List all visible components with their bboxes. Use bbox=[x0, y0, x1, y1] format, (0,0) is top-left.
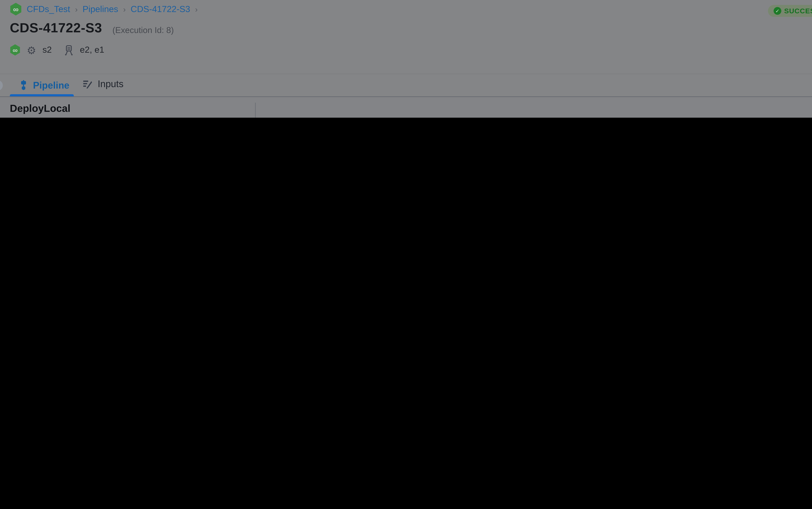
chevron-right-icon: › bbox=[75, 5, 78, 13]
environment-icon bbox=[64, 45, 74, 55]
top-header: ∞ CFDs_Test › Pipelines › CDS-41722-S3 ›… bbox=[0, 0, 812, 74]
status-badge: ✓ SUCCESS bbox=[768, 5, 812, 17]
service-tag[interactable]: s2 bbox=[42, 45, 52, 55]
breadcrumb-pipelines[interactable]: Pipelines bbox=[82, 4, 118, 14]
stage-name: DeployLocal bbox=[10, 103, 71, 114]
divider bbox=[255, 103, 256, 118]
execution-topbar-right: ✓ SUCCESS Start time 15/09/2022 16:09:26… bbox=[768, 2, 812, 20]
chevron-right-icon: › bbox=[123, 5, 126, 13]
breadcrumb-project[interactable]: CFDs_Test bbox=[27, 4, 70, 14]
breadcrumb: ∞ CFDs_Test › Pipelines › CDS-41722-S3 › bbox=[10, 3, 198, 15]
tab-pipeline[interactable]: Pipeline bbox=[19, 79, 69, 92]
stage-summary-bar: DeployLocal Started at: 15/09/2022, 16:0… bbox=[0, 97, 812, 118]
active-tab-indicator bbox=[10, 94, 74, 96]
page-title: CDS-41722-S3 bbox=[10, 20, 102, 36]
tab-bar: Pipeline Inputs Console View bbox=[0, 74, 812, 97]
environments-label: Environment(s) bbox=[457, 117, 516, 118]
pipeline-icon bbox=[19, 79, 28, 92]
harness-logo-icon: ∞ bbox=[10, 3, 22, 15]
environment-tag[interactable]: e2, e1 bbox=[80, 45, 104, 55]
execution-id: (Execution Id: 8) bbox=[112, 25, 174, 35]
service-gear-icon: ⚙ bbox=[27, 45, 36, 55]
chevron-right-icon: › bbox=[195, 5, 198, 13]
execution-page: ∞ CFDs_Test › Pipelines › CDS-41722-S3 ›… bbox=[0, 0, 812, 118]
services-label: Service(s) bbox=[272, 117, 311, 118]
console-view-toggle[interactable] bbox=[0, 80, 3, 91]
breadcrumb-pipeline-name[interactable]: CDS-41722-S3 bbox=[131, 4, 190, 14]
check-circle-icon: ✓ bbox=[774, 7, 781, 15]
harness-logo-icon: ∞ bbox=[10, 44, 21, 56]
execution-meta: ∞ ⚙ s2 e2, e1 bbox=[10, 44, 104, 56]
tab-inputs[interactable]: Inputs bbox=[82, 79, 123, 90]
inputs-icon bbox=[82, 79, 93, 90]
